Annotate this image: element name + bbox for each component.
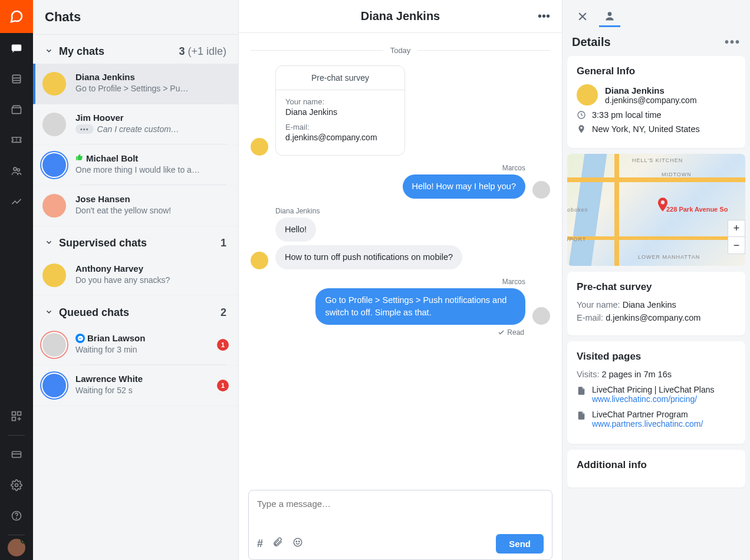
chevron-down-icon [45, 237, 53, 249]
avatar [42, 194, 66, 218]
page-link[interactable]: www.partners.livechatinc.com/ [592, 419, 703, 429]
chat-list-item[interactable]: Michael BoltOne more thing I would like … [33, 145, 238, 186]
chat-preview: Waiting for 3 min [75, 345, 217, 354]
details-title: Details [572, 35, 611, 49]
visited-pages-card: Visited pages Visits: 2 pages in 7m 16s … [567, 341, 745, 444]
avatar [42, 72, 66, 95]
zoom-out-button[interactable]: − [728, 237, 745, 253]
svg-point-18 [294, 538, 302, 546]
general-info-card: General Info Diana Jenkins d.jenkins@com… [567, 56, 745, 148]
avatar [532, 307, 550, 325]
chat-name: Brian Lawson [75, 333, 217, 343]
local-time: 3:33 pm local time [577, 110, 736, 120]
chat-name: Anthony Harvey [75, 263, 229, 274]
chat-preview: Waiting for 52 s [75, 386, 217, 395]
nav-reports-icon[interactable] [0, 186, 33, 217]
nav-help-icon[interactable] [0, 500, 33, 531]
avatar [251, 138, 268, 156]
chat-preview: Go to Profile > Settings > Pu… [75, 84, 229, 93]
svg-rect-9 [18, 412, 21, 416]
chat-list-item[interactable]: Diana JenkinsGo to Profile > Settings > … [33, 64, 238, 104]
hash-icon[interactable]: # [257, 538, 263, 550]
svg-rect-8 [12, 412, 16, 416]
close-icon[interactable] [572, 6, 593, 27]
svg-point-6 [14, 167, 17, 170]
chat-title: Diana Jenkins [361, 9, 440, 23]
logo-icon[interactable] [0, 0, 33, 33]
send-button[interactable]: Send [496, 534, 544, 554]
pre-chat-survey-card: Pre-chat survey Your name: Diana Jenkins… [275, 65, 405, 156]
avatar [577, 84, 598, 106]
section-toggle[interactable]: My chats3 (+1 idle) [33, 35, 238, 64]
section-toggle[interactable]: Queued chats2 [33, 296, 238, 325]
nav-tickets-icon[interactable] [0, 125, 33, 156]
avatar [42, 153, 66, 177]
avatar [251, 252, 268, 269]
svg-rect-0 [12, 45, 22, 51]
svg-point-23 [608, 12, 612, 16]
location: New York, NY, United States [577, 124, 736, 134]
chat-list-item[interactable]: Anthony HarveyDo you have any snacks? [33, 255, 238, 296]
thumbs-up-icon [75, 153, 84, 163]
emoji-icon[interactable] [292, 537, 303, 551]
chat-name: Michael Bolt [75, 153, 229, 163]
user-avatar[interactable] [8, 539, 25, 556]
typing-indicator: ••• [75, 124, 94, 134]
nav-archive-icon[interactable] [0, 94, 33, 125]
nav-billing-icon[interactable] [0, 439, 33, 470]
chevron-down-icon [45, 307, 53, 319]
profile-tab-icon[interactable] [599, 6, 620, 27]
avatar [42, 263, 66, 287]
location-map[interactable]: HELL'S KITCHEN MIDTOWN LOWER MANHATTAN o… [567, 154, 745, 266]
more-icon[interactable]: ••• [538, 9, 550, 23]
details-pane: Details ••• General Info Diana Jenkins d… [562, 0, 750, 560]
svg-point-19 [296, 541, 297, 542]
unread-badge: 1 [217, 380, 229, 391]
date-separator: Today [251, 46, 550, 55]
avatar [42, 113, 66, 136]
nav-apps-icon[interactable] [0, 401, 33, 431]
svg-rect-1 [12, 75, 20, 83]
svg-point-20 [299, 541, 300, 542]
chat-list-item[interactable]: Brian LawsonWaiting for 3 min1 [33, 325, 238, 365]
nav-chats-icon[interactable] [0, 33, 33, 64]
sidebar-title: Chats [33, 0, 238, 35]
chat-preview: One more thing I would like to a… [75, 165, 229, 174]
chevron-down-icon [45, 45, 53, 58]
chat-pane: Diana Jenkins ••• Today Pre-chat survey … [239, 0, 562, 560]
more-icon[interactable]: ••• [725, 35, 741, 49]
svg-point-15 [15, 484, 18, 487]
zoom-in-button[interactable]: + [728, 220, 745, 237]
sidebar: Chats My chats3 (+1 idle)Diana JenkinsGo… [33, 0, 239, 560]
avatar [42, 374, 66, 397]
nav-visitors-icon[interactable] [0, 64, 33, 94]
chat-name: Jose Hansen [75, 194, 229, 204]
nav-agents-icon[interactable] [0, 156, 33, 186]
additional-info-card: Additional info [567, 450, 745, 487]
attachment-icon[interactable] [272, 537, 283, 551]
nav-settings-icon[interactable] [0, 470, 33, 500]
chat-list-item[interactable]: Jim Hoover••• Can I create custom… [33, 104, 238, 145]
message-input[interactable] [257, 499, 544, 509]
chat-name: Diana Jenkins [75, 72, 229, 82]
message-bubble: Go to Profile > Settings > Push notifica… [315, 288, 525, 325]
chat-header: Diana Jenkins ••• [239, 0, 562, 33]
chat-list-item[interactable]: Lawrence WhiteWaiting for 52 s1 [33, 365, 238, 406]
chat-preview: Do you have any snacks? [75, 275, 229, 285]
chat-list-item[interactable]: Jose HansenDon't eat the yellow snow! [33, 186, 238, 226]
message-composer: # Send [248, 490, 552, 560]
svg-point-7 [17, 169, 19, 171]
unread-badge: 1 [217, 339, 229, 351]
chat-preview: Don't eat the yellow snow! [75, 206, 229, 215]
chat-preview: ••• Can I create custom… [75, 124, 229, 134]
avatar [532, 181, 550, 199]
messenger-icon [75, 334, 85, 343]
page-link[interactable]: www.livechatinc.com/pricing/ [592, 394, 715, 404]
message-bubble: How to turn off push notifications on mo… [275, 245, 462, 269]
chat-name: Jim Hoover [75, 113, 229, 123]
section-toggle[interactable]: Supervised chats1 [33, 226, 238, 255]
svg-point-17 [17, 518, 17, 519]
chat-name: Lawrence White [75, 374, 217, 384]
nav-rail [0, 0, 33, 560]
read-status: Read [251, 328, 524, 337]
